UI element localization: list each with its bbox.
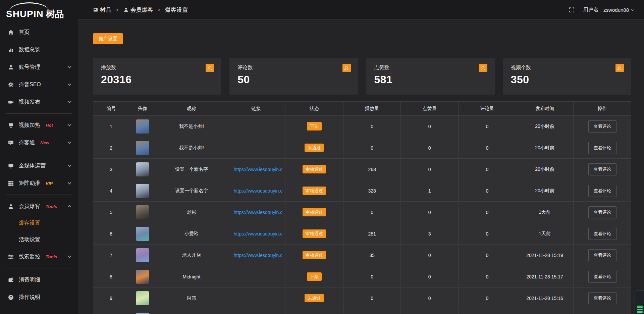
breadcrumb-separator: > <box>116 7 119 12</box>
sidebar-item-6[interactable]: 视频加热Hot <box>0 116 78 134</box>
cell-comments <box>459 309 516 314</box>
sidebar-item-13[interactable]: 线索监控Tools <box>0 248 78 265</box>
cell-comments: 0 <box>459 245 516 266</box>
table-row <box>93 309 631 314</box>
video-link[interactable]: https://www.iesdouyin.c <box>234 188 283 194</box>
stat-card-plays: 播放数 20316 总 <box>93 58 221 95</box>
sidebar-item-0[interactable]: 首页 <box>0 23 78 41</box>
video-link[interactable]: https://www.iesdouyin.c <box>234 167 283 172</box>
view-comments-button[interactable]: 查看评论 <box>588 292 616 304</box>
avatar <box>136 184 149 198</box>
sidebar-item-12[interactable]: 会员爆客Tools <box>0 198 78 215</box>
cell-id: 2 <box>93 137 129 159</box>
cell-status: 未通过 <box>285 287 343 309</box>
menu-badge: New <box>40 140 49 145</box>
menu-badge: Hot <box>46 123 53 128</box>
sidebar-item-label: 操作说明 <box>19 294 40 301</box>
cell-avatar <box>129 202 156 223</box>
dashboard-icon <box>93 7 98 12</box>
cell-comments: 0 <box>459 202 516 223</box>
cell-link <box>227 116 285 137</box>
cell-nickname: 我不是小帅! <box>156 116 227 137</box>
view-comments-button[interactable]: 查看评论 <box>588 206 616 218</box>
column-header: 头像 <box>129 102 156 116</box>
chevron-down-icon <box>67 254 71 258</box>
video-link[interactable]: https://www.iesdouyin.c <box>234 210 283 215</box>
sidebar-item-10[interactable]: 矩阵助推VIP <box>0 174 78 192</box>
topbar: 树品 > 会员爆客 > 爆客设置 用户名： zswodun88 <box>78 0 644 20</box>
sidebar-subitem[interactable]: 活动设置 <box>0 231 78 248</box>
chevron-down-icon <box>67 64 71 68</box>
cell-status: 下架 <box>285 266 343 287</box>
cell-action <box>574 309 631 314</box>
user-menu[interactable]: 用户名： zswodun88 <box>583 7 634 13</box>
column-header: 状态 <box>285 102 343 116</box>
avatar <box>136 291 149 305</box>
sidebar-item-3[interactable]: 抖音SEO <box>0 76 78 93</box>
sidebar-item-9[interactable]: 全媒体运营 <box>0 157 78 174</box>
table-row: 4设置一个新名字https://www.iesdouyin.c审核通过32810… <box>93 180 631 202</box>
status-badge: 审核通过 <box>303 251 326 259</box>
widget-bar <box>637 306 643 307</box>
stat-value: 350 <box>511 73 623 86</box>
cell-avatar <box>129 159 156 180</box>
cell-time: 2021-11-28 15:16 <box>516 287 574 309</box>
widget-bar <box>637 311 643 312</box>
chevron-down-icon <box>67 180 71 184</box>
app-logo: SHUPIN 树品 <box>0 0 78 21</box>
sidebar-item-label: 账号管理 <box>19 64 40 71</box>
fullscreen-icon[interactable] <box>569 7 575 13</box>
sidebar-item-15[interactable]: 消费明细 <box>0 271 78 289</box>
view-comments-button[interactable]: 查看评论 <box>588 185 616 197</box>
side-float-widget[interactable] <box>635 291 644 314</box>
table-row: 9阿慧未通过0002021-11-28 15:16查看评论 <box>93 287 631 309</box>
cell-id: 9 <box>93 287 129 309</box>
sidebar-divider <box>6 268 72 268</box>
stat-card-likes: 点赞数 581 总 <box>366 58 495 95</box>
stat-value: 20316 <box>101 73 213 86</box>
sidebar-item-label: 全媒体运营 <box>19 162 46 169</box>
column-header: 昵称 <box>156 102 227 116</box>
breadcrumb-item-member[interactable]: 会员爆客 <box>130 6 153 14</box>
sidebar-subitem[interactable]: 爆客设置 <box>0 215 78 231</box>
video-link[interactable]: https://www.iesdouyin.c <box>234 253 283 258</box>
member-video-table: 编号头像昵称链接状态播放量点赞量评论量发布时间操作 1我不是小帅!下架00020… <box>93 101 631 314</box>
status-badge: 下架 <box>307 122 322 130</box>
stat-card-comments: 评论数 50 总 <box>229 58 358 95</box>
cell-link <box>227 266 285 287</box>
view-comments-button[interactable]: 查看评论 <box>588 163 616 175</box>
cell-avatar <box>129 309 156 314</box>
avatar <box>136 205 149 219</box>
sidebar-item-16[interactable]: ?操作说明 <box>0 289 78 306</box>
cell-likes: 0 <box>401 245 459 266</box>
stat-label: 播放数 <box>101 64 213 71</box>
column-header: 发布时间 <box>516 102 574 116</box>
view-comments-button[interactable]: 查看评论 <box>588 142 616 154</box>
chart-icon <box>8 47 14 53</box>
video-link[interactable]: https://www.iesdouyin.c <box>234 231 283 237</box>
cell-plays: 281 <box>343 223 401 245</box>
breadcrumb-item-home[interactable]: 树品 <box>100 6 111 14</box>
sidebar-item-1[interactable]: 数据总览 <box>0 41 78 58</box>
status-badge: 审核通过 <box>303 187 326 195</box>
cell-time <box>516 309 574 314</box>
cell-nickname: 小爱玲 <box>156 223 227 245</box>
sidebar-item-7[interactable]: 抖客通New <box>0 134 78 151</box>
promo-settings-button[interactable]: 推广设置 <box>93 33 123 44</box>
stat-card-videos: 视频个数 350 总 <box>503 58 631 95</box>
status-badge: 审核通过 <box>303 229 326 238</box>
sidebar-item-2[interactable]: 账号管理 <box>0 58 78 76</box>
cell-plays: 35 <box>343 245 401 266</box>
cell-plays: 0 <box>343 266 401 287</box>
chevron-down-icon <box>67 122 71 126</box>
cell-link <box>227 287 285 309</box>
sliders-icon <box>8 254 14 260</box>
cell-plays: 0 <box>343 287 401 309</box>
view-comments-button[interactable]: 查看评论 <box>588 228 616 240</box>
view-comments-button[interactable]: 查看评论 <box>588 120 616 133</box>
sidebar-item-4[interactable]: 视频发布 <box>0 93 78 111</box>
view-comments-button[interactable]: 查看评论 <box>588 271 616 283</box>
cell-id <box>93 309 129 314</box>
view-comments-button[interactable]: 查看评论 <box>588 249 616 261</box>
cell-comments: 0 <box>459 137 516 159</box>
